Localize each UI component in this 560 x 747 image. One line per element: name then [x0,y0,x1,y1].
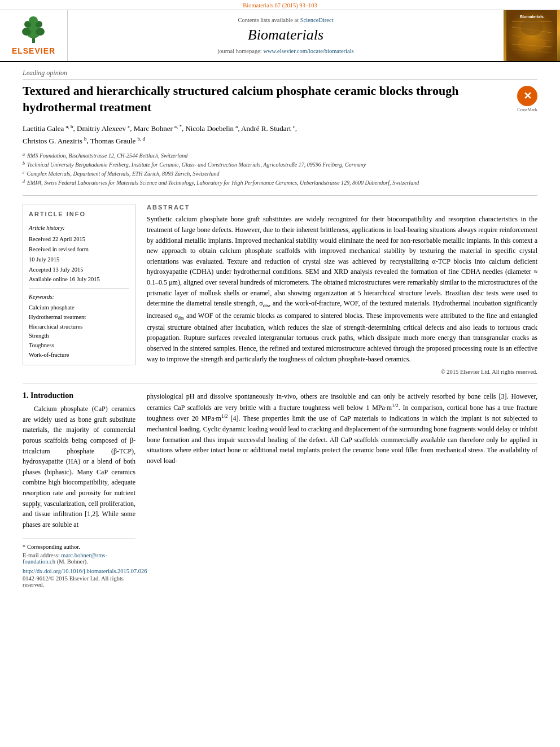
svg-point-7 [29,16,38,24]
introduction-section: 1. Introduction Calcium phosphate (CaP) … [23,391,537,588]
article-info-heading: ARTICLE INFO [29,209,129,220]
corresponding-author-note: * Corresponding author. [23,544,135,550]
journal-header-center: Contents lists available at ScienceDirec… [68,10,504,61]
crossmark-logo: ✕ [517,86,537,106]
accepted-date: Accepted 13 July 2015 [29,265,129,275]
divider-1 [23,195,537,196]
affiliation-c: cComplex Materials, Department of Materi… [23,169,537,178]
revised-date: 10 July 2015 [29,255,129,265]
received-date: Received 22 April 2015 [29,234,129,244]
crossmark-area[interactable]: ✕ CrossMark [517,86,537,112]
received-revised-label: Received in revised form [29,244,129,255]
elsevier-logo: ELSEVIER [12,16,55,55]
author-7: Thomas Graule b, d [90,137,145,145]
journal-cover-art: Biomaterials [506,10,557,61]
journal-title: Biomaterials [248,27,323,43]
keywords-list: Calcium phosphate Hydrothermal treatment… [29,303,129,360]
email-footnote: E-mail address: marc.bohner@rms-foundati… [23,552,135,565]
svg-point-15 [518,37,546,51]
journal-ref-bar: Biomaterials 67 (2015) 93–103 [0,0,560,10]
author-1: Laetitia Galea a, b [23,124,73,133]
authors-line: Laetitia Galea a, b, Dmitriy Alexeev c, … [23,122,537,147]
issn-line: 0142-9612/© 2015 Elsevier Ltd. All right… [23,575,135,588]
intro-right-col: physiological pH and dissolve spontaneou… [147,391,537,588]
title-row: Textured and hierarchically structured c… [23,83,537,122]
author-4: Nicola Doebelin a [185,124,238,133]
keyword-6: Work-of-fracture [29,351,129,360]
email-label: E-mail address: [23,552,60,558]
keyword-2: Hydrothermal treatment [29,313,129,322]
elsevier-logo-area: ELSEVIER [0,10,68,61]
abstract-text: Synthetic calcium phosphate bone graft s… [147,214,537,364]
author-5: André R. Studart c [241,124,295,133]
keyword-3: Hierarchical structures [29,322,129,332]
copyright-line: © 2015 Elsevier Ltd. All rights reserved… [147,369,537,375]
history-heading: Article history: [29,223,129,233]
article-section-type: Leading opinion [23,69,537,80]
author-3: Marc Bohner a, * [134,124,182,133]
elsevier-text-label: ELSEVIER [12,46,55,55]
contents-available-line: Contents lists available at ScienceDirec… [238,17,333,23]
intro-left-text: Calcium phosphate (CaP) ceramics are wid… [23,404,135,530]
article-info-abstract-section: ARTICLE INFO Article history: Received 2… [23,204,537,375]
article-title: Textured and hierarchically structured c… [23,83,509,115]
abstract-col: ABSTRACT Synthetic calcium phosphate bon… [147,204,537,375]
journal-homepage-link[interactable]: www.elsevier.com/locate/biomaterials [263,48,353,54]
doi-link[interactable]: http://dx.doi.org/10.1016/j.biomaterials… [23,568,135,574]
keyword-4: Strength [29,331,129,341]
journal-cover-image: Biomaterials [504,10,560,61]
article-info-box: ARTICLE INFO Article history: Received 2… [23,204,135,365]
intro-left-col: 1. Introduction Calcium phosphate (CaP) … [23,391,135,588]
intro-section-number: 1. Introduction [23,391,135,400]
journal-header: ELSEVIER Contents lists available at Sci… [0,10,560,62]
author-6: Christos G. Aneziris b [23,137,87,145]
email-person: (M. Bohner). [57,558,88,565]
footnotes-area: * Corresponding author. E-mail address: … [23,539,135,588]
keyword-5: Toughness [29,341,129,351]
affiliation-a: aRMS Foundation, Bischmattstrasse 12, CH… [23,151,537,160]
svg-point-14 [520,19,543,36]
abstract-heading: ABSTRACT [147,204,537,211]
journal-url: journal homepage: www.elsevier.com/locat… [217,48,353,54]
keyword-1: Calcium phosphate [29,303,129,313]
affiliation-d: dEMPA, Swiss Federal Laboratories for Ma… [23,178,537,187]
article-info-col: ARTICLE INFO Article history: Received 2… [23,204,135,375]
svg-text:Biomaterials: Biomaterials [520,15,544,19]
intro-right-text: physiological pH and dissolve spontaneou… [147,391,537,466]
crossmark-label: CrossMark [517,107,537,112]
elsevier-tree-icon [15,16,52,44]
affiliation-b: bTechnical University Bergakademie Freib… [23,160,537,169]
journal-url-label: journal homepage: [217,48,261,54]
keywords-heading: Keywords: [29,292,129,302]
available-online-date: Available online 16 July 2015 [29,274,129,285]
divider-2 [23,383,537,383]
sciencedirect-link[interactable]: ScienceDirect [300,17,334,23]
intro-section-title: Introduction [30,391,73,400]
affiliations-block: aRMS Foundation, Bischmattstrasse 12, CH… [23,151,537,187]
main-content: Leading opinion Textured and hierarchica… [0,62,560,595]
author-2: Dmitriy Alexeev c [77,124,130,133]
